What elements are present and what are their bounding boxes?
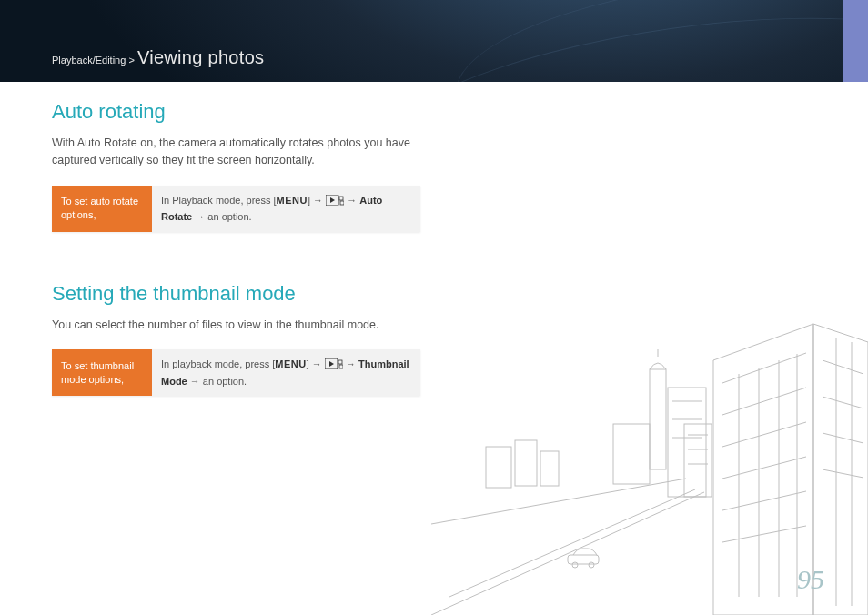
text: →: [343, 358, 358, 369]
svg-line-25: [722, 422, 806, 447]
svg-rect-11: [486, 447, 511, 488]
svg-rect-2: [339, 197, 343, 200]
header-accent-tab: [843, 0, 868, 82]
breadcrumb-separator: >: [128, 55, 134, 66]
breadcrumb: Playback/Editing > Viewing photos: [52, 47, 264, 68]
section-thumbnail-mode: Setting the thumbnail mode You can selec…: [52, 282, 443, 397]
header-band: [0, 0, 868, 82]
svg-marker-5: [329, 361, 334, 367]
svg-rect-6: [338, 360, 342, 364]
svg-line-34: [823, 397, 863, 408]
instruction-row-auto-rotate: To set auto rotate options, In Playback …: [52, 186, 420, 232]
svg-line-9: [431, 492, 704, 615]
menu-button-label: MENU: [275, 358, 306, 369]
heading-auto-rotating: Auto rotating: [52, 100, 443, 124]
heading-thumbnail-mode: Setting the thumbnail mode: [52, 282, 443, 306]
svg-line-28: [722, 526, 806, 542]
svg-rect-13: [540, 451, 559, 486]
svg-rect-39: [568, 555, 599, 564]
svg-rect-14: [650, 369, 666, 469]
instruction-steps-thumbnail: In playback mode, press [MENU] → → Thumb…: [152, 349, 420, 396]
instruction-row-thumbnail: To set thumbnail mode options, In playba…: [52, 349, 420, 396]
svg-rect-42: [684, 424, 712, 497]
page-number: 95: [797, 564, 824, 595]
text: ] →: [307, 358, 325, 369]
svg-rect-17: [668, 388, 706, 497]
svg-line-33: [823, 360, 863, 374]
section-auto-rotating: Auto rotating With Auto Rotate on, the c…: [52, 100, 443, 232]
description-auto-rotating: With Auto Rotate on, the camera automati…: [52, 135, 443, 169]
text: →: [344, 195, 359, 206]
instruction-label-auto-rotate: To set auto rotate options,: [52, 186, 152, 232]
svg-line-35: [823, 433, 863, 443]
breadcrumb-section: Viewing photos: [137, 47, 264, 67]
breadcrumb-category: Playback/Editing: [52, 55, 126, 66]
instruction-steps-auto-rotate: In Playback mode, press [MENU] → → Auto …: [152, 186, 420, 232]
playback-icon: [325, 358, 343, 374]
text: → an option.: [192, 211, 251, 222]
svg-point-40: [572, 562, 578, 568]
menu-button-label: MENU: [277, 195, 308, 206]
svg-point-41: [589, 562, 594, 568]
svg-line-27: [722, 491, 806, 510]
instruction-label-thumbnail: To set thumbnail mode options,: [52, 349, 152, 396]
text: ] →: [308, 195, 326, 206]
svg-rect-16: [613, 424, 650, 484]
svg-rect-12: [515, 440, 537, 486]
svg-line-36: [823, 469, 863, 478]
svg-line-23: [722, 353, 806, 383]
text: In playback mode, press [: [161, 358, 275, 369]
svg-line-24: [722, 388, 806, 415]
main-content: Auto rotating With Auto Rotate on, the c…: [52, 100, 443, 396]
playback-icon: [326, 195, 344, 210]
description-thumbnail-mode: You can select the number of files to vi…: [52, 317, 443, 334]
text: → an option.: [187, 376, 247, 387]
svg-marker-1: [330, 197, 335, 203]
svg-line-8: [431, 479, 686, 524]
text: In Playback mode, press [: [161, 195, 277, 206]
svg-line-26: [722, 457, 806, 479]
svg-line-10: [449, 489, 695, 597]
